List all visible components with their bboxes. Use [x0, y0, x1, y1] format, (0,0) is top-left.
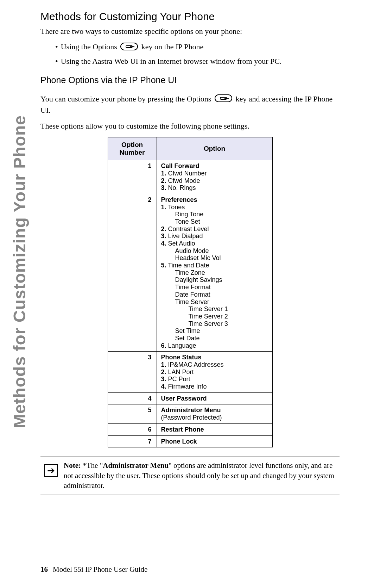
bullet2-text: Using the Aastra Web UI in an Internet b…	[61, 57, 282, 66]
options-key-icon	[215, 94, 232, 105]
para2-pre: You can customize your phone by pressing…	[40, 94, 211, 103]
opt-sub-indent: Time Server	[161, 298, 268, 306]
note-admin: Administrator Menu	[103, 461, 169, 470]
bullet-dot	[55, 57, 61, 66]
opt-sub-indent: Daylight Savings	[161, 276, 268, 284]
opt-sub-indent: Time Zone	[161, 269, 268, 277]
opt-sub: 4. Set Audio	[161, 240, 268, 247]
opt-title: Call Forward	[161, 162, 200, 169]
opt-cell: User Password	[157, 392, 272, 404]
list-item: Using the Options key on the IP Phone	[55, 42, 340, 52]
table-row: 7 Phone Lock	[108, 435, 272, 447]
opt-sub: 5. Time and Date	[161, 262, 268, 269]
para-options-key: You can customize your phone by pressing…	[40, 94, 340, 115]
bullet1-pre: Using the Options	[61, 42, 117, 51]
opt-cell: Phone Lock	[157, 435, 272, 447]
methods-list: Using the Options key on the IP Phone Us…	[40, 42, 340, 66]
note-text: Note: *The "Administrator Menu" options …	[62, 460, 340, 490]
opt-sub-indent: Audio Mode	[161, 247, 268, 255]
opt-number: 5	[108, 404, 157, 423]
opt-sub: 3. No. Rings	[161, 184, 268, 192]
table-row: 3 Phone Status 1. IP&MAC Addresses 2. LA…	[108, 352, 272, 392]
subheading: Phone Options via the IP Phone UI	[40, 75, 340, 85]
opt-sub: 6. Language	[161, 342, 268, 349]
opt-number: 4	[108, 392, 157, 404]
opt-cell: Call Forward 1. Cfwd Number 2. Cfwd Mode…	[157, 160, 272, 194]
svg-rect-0	[121, 43, 138, 50]
opt-sub: 4. Firmware Info	[161, 383, 268, 390]
opt-title: Phone Status	[161, 354, 202, 361]
opt-sub-indent: Tone Set	[161, 218, 268, 225]
opt-sub-indent: Date Format	[161, 291, 268, 298]
note-icon-wrap: ➔	[40, 460, 62, 477]
list-item: Using the Aastra Web UI in an Internet b…	[55, 57, 340, 66]
opt-sub: 1. Cfwd Number	[161, 170, 268, 177]
opt-cell: Phone Status 1. IP&MAC Addresses 2. LAN …	[157, 352, 272, 392]
opt-sub-indent: Set Date	[161, 335, 268, 342]
bullet-dot	[55, 42, 61, 51]
opt-title: Preferences	[161, 196, 197, 203]
opt-title: User Password	[161, 395, 207, 402]
para-settings: These options allow you to customize the…	[40, 121, 340, 131]
note-pre: *The "	[81, 461, 103, 470]
table-row: 6 Restart Phone	[108, 423, 272, 435]
page-footer: 16Model 55i IP Phone User Guide	[40, 565, 147, 574]
table-row: 4 User Password	[108, 392, 272, 404]
note-label: Note:	[64, 461, 81, 470]
opt-sub: 2. Cfwd Mode	[161, 177, 268, 185]
opt-cell: Restart Phone	[157, 423, 272, 435]
options-table: Option Number Option 1 Call Forward 1. C…	[108, 137, 273, 447]
opt-title: Restart Phone	[161, 426, 204, 433]
opt-sub: 2. LAN Port	[161, 369, 268, 376]
opt-sub-indent: Set Time	[161, 327, 268, 335]
opt-number: 6	[108, 423, 157, 435]
opt-sub: 3. Live Dialpad	[161, 233, 268, 240]
side-heading-text: Methods for Customizing Your Phone	[10, 115, 29, 428]
opt-sub: 1. Tones	[161, 204, 268, 211]
options-key-icon	[120, 43, 138, 52]
intro-text: There are two ways to customize specific…	[40, 27, 340, 36]
opt-sub-indent2: Time Server 1	[161, 305, 268, 313]
table-row: 5 Administrator Menu (Password Protected…	[108, 404, 272, 423]
side-heading: Methods for Customizing Your Phone	[7, 9, 32, 428]
opt-sub: (Password Protected)	[161, 414, 268, 421]
opt-sub: 3. PC Port	[161, 376, 268, 383]
opt-sub-indent: Time Format	[161, 284, 268, 291]
opt-sub-indent: Ring Tone	[161, 211, 268, 218]
footer-title: Model 55i IP Phone User Guide	[53, 565, 147, 574]
arrow-right-icon: ➔	[44, 464, 58, 477]
opt-cell: Administrator Menu (Password Protected)	[157, 404, 272, 423]
opt-sub: 1. IP&MAC Addresses	[161, 361, 268, 369]
opt-number: 3	[108, 352, 157, 392]
opt-number: 1	[108, 160, 157, 194]
opt-title: Phone Lock	[161, 438, 197, 445]
opt-number: 7	[108, 435, 157, 447]
table-row: 2 Preferences 1. Tones Ring Tone Tone Se…	[108, 194, 272, 351]
table-row: 1 Call Forward 1. Cfwd Number 2. Cfwd Mo…	[108, 160, 272, 194]
opt-sub-indent2: Time Server 3	[161, 320, 268, 328]
bullet1-post: key on the IP Phone	[141, 42, 203, 51]
opt-sub-indent2: Time Server 2	[161, 313, 268, 320]
opt-sub: 2. Contrast Level	[161, 225, 268, 233]
table-header-option: Option	[157, 137, 272, 160]
table-header-number: Option Number	[108, 137, 157, 160]
svg-rect-3	[215, 95, 232, 102]
opt-sub-indent: Headset Mic Vol	[161, 254, 268, 262]
opt-number: 2	[108, 194, 157, 351]
opt-cell: Preferences 1. Tones Ring Tone Tone Set …	[157, 194, 272, 351]
note-block: ➔ Note: *The "Administrator Menu" option…	[40, 457, 340, 495]
opt-title: Administrator Menu	[161, 407, 221, 414]
page-title: Methods for Customizing Your Phone	[40, 11, 340, 23]
page-number: 16	[40, 565, 48, 574]
